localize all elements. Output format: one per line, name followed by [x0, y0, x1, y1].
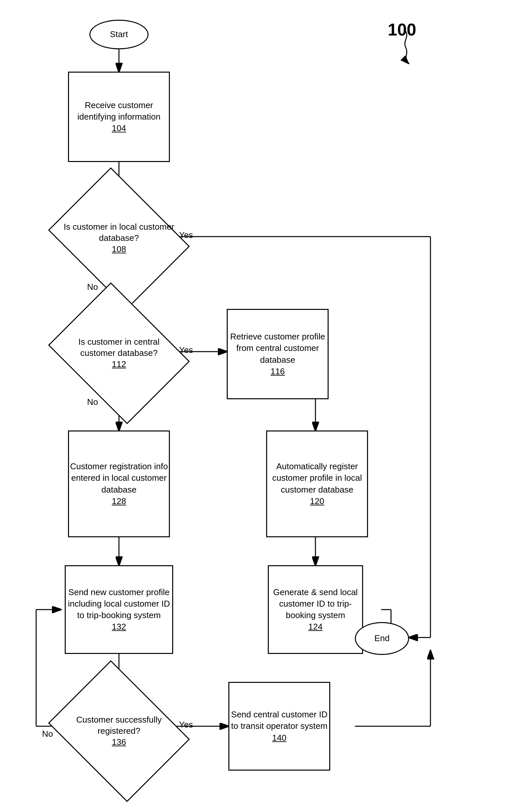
node-132: Send new customer profile including loca… — [65, 565, 173, 654]
label-yes-108: Yes — [179, 230, 193, 240]
label-yes-112: Yes — [179, 345, 193, 355]
node-116: Retrieve customer profile from central c… — [227, 309, 329, 399]
node-112: Is customer in central customer database… — [63, 309, 175, 398]
node-124: Generate & send local customer ID to tri… — [268, 565, 363, 654]
node-108: Is customer in local customer database?1… — [63, 194, 175, 283]
node-136: Customer successfully registered?136 — [63, 687, 175, 775]
node-104: Receive customer identifying information… — [68, 72, 170, 162]
node-140: Send central customer ID to transit oper… — [228, 682, 330, 771]
label-yes-136: Yes — [179, 720, 193, 730]
label-no-112: No — [87, 397, 98, 407]
node-128: Customer registration info entered in lo… — [68, 430, 170, 537]
reference-number: 100 — [388, 20, 416, 39]
start-node: Start — [89, 20, 149, 49]
end-node: End — [355, 622, 409, 655]
label-no-108: No — [87, 282, 98, 292]
node-120: Automatically register customer profile … — [266, 430, 368, 537]
label-no-136: No — [42, 729, 53, 739]
